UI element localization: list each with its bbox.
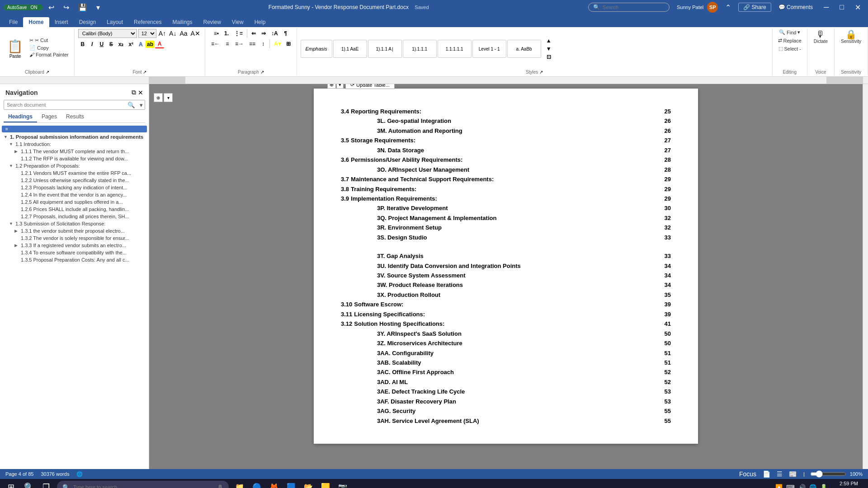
close-button[interactable]: ✕ xyxy=(851,2,864,13)
style-legal-1[interactable]: 1).1 AaE xyxy=(333,40,367,58)
system-clock[interactable]: 2:59 PM 12/24/2021 xyxy=(830,480,862,488)
styles-expand[interactable]: ⊡ xyxy=(544,53,554,61)
tree-item[interactable]: 1.1.2 The RFP is available for viewing a… xyxy=(0,155,149,162)
autosave-button[interactable]: AutoSave ON xyxy=(4,5,43,10)
volume-icon[interactable]: 🔊 xyxy=(797,484,807,488)
clipboard-expand-button[interactable]: ↗ xyxy=(46,70,49,75)
tab-view[interactable]: View xyxy=(226,17,249,27)
taskbar-app-firefox[interactable]: 🦊 xyxy=(266,480,282,488)
tab-home[interactable]: Home xyxy=(23,17,49,27)
minimize-button[interactable]: ─ xyxy=(820,2,832,12)
collapse-icon[interactable]: ▼ xyxy=(4,135,8,139)
title-search-input[interactable] xyxy=(603,5,661,10)
copy-button[interactable]: 📄 Copy xyxy=(28,44,71,51)
ribbon-display-options[interactable]: ⌃ xyxy=(722,2,735,13)
collapse-icon[interactable]: ▼ xyxy=(9,142,14,146)
paragraph-expand-button[interactable]: ↗ xyxy=(260,70,264,75)
search-taskbar-button[interactable]: 🔍 xyxy=(21,479,37,488)
float-toggle-icon[interactable]: ▾ xyxy=(164,93,173,102)
tree-item[interactable]: ▼ 1.2 Preparation of Proposals: xyxy=(0,162,149,169)
nav-tab-pages[interactable]: Pages xyxy=(37,112,61,122)
battery-icon[interactable]: 🔋 xyxy=(819,484,829,488)
taskbar-search-input[interactable] xyxy=(73,484,214,488)
font-size-select[interactable]: 12 xyxy=(138,29,156,38)
user-avatar[interactable]: SP xyxy=(707,2,718,13)
nav-close-button[interactable]: ✕ xyxy=(138,89,143,96)
bold-button[interactable]: B xyxy=(78,41,87,48)
tree-item[interactable]: ▶ 1.3.1 the vendor submit their proposal… xyxy=(0,227,149,235)
tree-item[interactable]: ▶ 1.1.1 The vendor MUST complete and ret… xyxy=(0,148,149,155)
clear-format-button[interactable]: A✕ xyxy=(190,30,201,37)
restore-button[interactable]: □ xyxy=(836,2,848,12)
font-family-select[interactable]: Calibri (Body) xyxy=(78,29,137,38)
zoom-slider[interactable] xyxy=(810,470,846,478)
increase-indent-button[interactable]: ⇒ xyxy=(259,30,268,37)
justify-button[interactable]: ≡≡ xyxy=(247,40,258,47)
comments-button[interactable]: 💬 Comments xyxy=(775,3,816,11)
tree-item[interactable]: 1.2.7 Proposals, including all prices th… xyxy=(0,213,149,220)
share-button[interactable]: 🔗 Share xyxy=(738,3,771,12)
sort-button[interactable]: ↕A xyxy=(269,30,280,37)
style-level2[interactable]: a. AaBb xyxy=(507,40,541,58)
taskbar-app-edge[interactable]: 🔵 xyxy=(249,480,265,488)
strikethrough-button[interactable]: S xyxy=(107,41,116,48)
keyboard-icon[interactable]: ⌨ xyxy=(785,484,796,488)
task-view-button[interactable]: ❐ xyxy=(38,479,54,488)
shading-button[interactable]: A▾ xyxy=(272,40,283,47)
collapse-icon[interactable]: ▶ xyxy=(14,229,19,233)
update-table-button[interactable]: ⟳ Update Table... xyxy=(345,84,395,89)
tab-references[interactable]: References xyxy=(128,17,167,27)
customize-qat-button[interactable]: ▾ xyxy=(93,2,104,13)
doc-dropdown-button[interactable]: ▾ xyxy=(336,84,344,89)
tree-item[interactable]: ▼ 1.1 Introduction: xyxy=(0,141,149,148)
cut-button[interactable]: ✂ ✂ Cut xyxy=(28,37,71,44)
paste-button[interactable]: 📋 Paste xyxy=(4,37,27,61)
format-painter-button[interactable]: 🖌 Format Painter xyxy=(28,52,71,58)
print-layout-button[interactable]: 📄 xyxy=(761,470,772,478)
increase-font-button[interactable]: A↑ xyxy=(158,30,167,37)
save-button[interactable]: 💾 xyxy=(75,2,91,13)
style-legal-3[interactable]: 1).1.1.1 xyxy=(403,40,437,58)
tab-file[interactable]: File xyxy=(4,17,23,27)
select-button[interactable]: ⬚ Select - xyxy=(777,45,803,52)
nav-collapse-button[interactable]: ⧉ xyxy=(132,89,136,96)
float-collapse-icon[interactable]: ⊕ xyxy=(154,93,163,102)
nav-tab-results[interactable]: Results xyxy=(61,112,89,122)
start-button[interactable]: ⊞ xyxy=(2,479,20,488)
italic-button[interactable]: I xyxy=(88,41,97,48)
tree-item[interactable]: 1.3.2 The vendor is solely responsible f… xyxy=(0,235,149,242)
find-button[interactable]: 🔍 Find ▾ xyxy=(777,29,802,36)
read-mode-button[interactable]: 📰 xyxy=(788,470,798,478)
style-emphasis[interactable]: Emphasis xyxy=(301,40,332,58)
tree-item[interactable]: 1.2.1 Vendors MUST examine the entire RF… xyxy=(0,169,149,177)
tab-layout[interactable]: Layout xyxy=(101,17,128,27)
nav-search-button[interactable]: 🔍 xyxy=(125,101,138,109)
tree-item[interactable]: 1.2.6 Prices SHALL include all packing, … xyxy=(0,206,149,213)
doc-expand-button[interactable]: ⊕ xyxy=(327,84,336,89)
tree-item[interactable]: 1.3.5 Proposal Preparation Costs: Any an… xyxy=(0,256,149,263)
align-right-button[interactable]: ≡→ xyxy=(233,40,246,47)
taskbar-app-explorer[interactable]: 📁 xyxy=(231,480,248,488)
borders-button[interactable]: ⊞ xyxy=(284,40,293,47)
selected-heading-bar[interactable]: ≡ xyxy=(2,126,147,132)
align-left-button[interactable]: ≡← xyxy=(209,40,222,47)
style-legal-2[interactable]: 1).1.1 A∣ xyxy=(368,40,402,58)
taskbar-app-sticky[interactable]: 🟨 xyxy=(317,480,334,488)
document-area[interactable]: ⊕ ▾ ⊕ ▾ ⟳ Update Table... 3.4 R xyxy=(149,84,863,469)
collapse-icon[interactable]: ▶ xyxy=(14,243,19,248)
decrease-font-button[interactable]: A↓ xyxy=(168,30,177,37)
tab-review[interactable]: Review xyxy=(198,17,226,27)
tree-item[interactable]: ▼ 1. Proposal submission information and… xyxy=(0,133,149,141)
show-hidden-icon[interactable]: 🔼 xyxy=(774,484,784,488)
tab-insert[interactable]: Insert xyxy=(49,17,74,27)
line-spacing-button[interactable]: ↕ xyxy=(259,40,268,47)
multilevel-button[interactable]: ⋮= xyxy=(232,30,245,37)
taskbar-app-word[interactable]: 🟦 xyxy=(283,480,299,488)
replace-button[interactable]: ⇄ Replace xyxy=(776,37,803,44)
tree-item[interactable]: 1.2.3 Proposals lacking any indication o… xyxy=(0,184,149,191)
align-center-button[interactable]: ≡ xyxy=(223,40,232,47)
tab-help[interactable]: Help xyxy=(249,17,271,27)
collapse-icon[interactable]: ▼ xyxy=(9,164,14,168)
focus-button[interactable]: Focus xyxy=(738,470,758,478)
redo-button[interactable]: ↪ xyxy=(60,2,73,13)
